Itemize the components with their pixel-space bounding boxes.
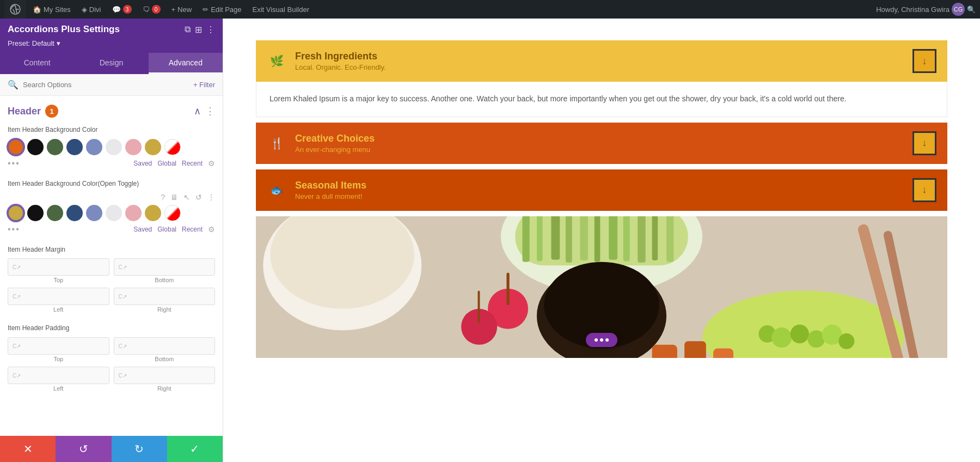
swatch-orange[interactable] bbox=[8, 139, 24, 155]
svg-rect-16 bbox=[666, 216, 673, 262]
swatch-gold-2[interactable] bbox=[145, 205, 161, 221]
swatch-no-color-2[interactable] bbox=[164, 205, 181, 221]
cursor-icon[interactable]: ↖ bbox=[183, 193, 190, 202]
swatch-gold[interactable] bbox=[145, 139, 161, 155]
margin-right-field: C↗ Right bbox=[114, 288, 216, 313]
comment-count: 3 bbox=[123, 5, 132, 14]
swatch-more-icon-2[interactable]: ••• bbox=[8, 224, 20, 234]
accordion-header-creative[interactable]: 🍴 Creative Choices An ever-changing menu… bbox=[256, 123, 947, 164]
redo-button[interactable]: ↻ bbox=[112, 436, 167, 462]
divi-link[interactable]: ◈ Divi bbox=[77, 0, 106, 19]
swatch-settings-icon-2[interactable]: ⚙ bbox=[208, 225, 215, 234]
swatch-settings-icon[interactable]: ⚙ bbox=[208, 159, 215, 168]
swatch-global[interactable]: Global bbox=[157, 160, 176, 167]
margin-right-input[interactable]: C↗ bbox=[114, 288, 216, 305]
swatch-light-gray[interactable] bbox=[106, 139, 122, 155]
swatch-black[interactable] bbox=[27, 139, 44, 155]
swatch-light-pink[interactable] bbox=[125, 139, 142, 155]
svg-rect-21 bbox=[506, 272, 509, 305]
margin-left-input[interactable]: C↗ bbox=[8, 288, 109, 305]
undo-button[interactable]: ↺ bbox=[56, 436, 111, 462]
swatch-dark-blue[interactable] bbox=[66, 139, 83, 155]
swatch-saved[interactable]: Saved bbox=[133, 160, 152, 167]
new-button[interactable]: + New bbox=[167, 0, 197, 19]
collapse-section-icon[interactable]: ∧ bbox=[194, 105, 201, 117]
grid-icon[interactable]: ⊞ bbox=[195, 25, 202, 35]
edit-page-button[interactable]: ✏ Edit Page bbox=[198, 0, 246, 19]
messages-link[interactable]: 🗨 0 bbox=[138, 0, 165, 19]
accordion-text-fresh: Fresh Ingredients Local. Organic. Eco-Fr… bbox=[295, 51, 912, 71]
link-icon: C↗ bbox=[13, 264, 21, 270]
swatch-recent-2[interactable]: Recent bbox=[182, 226, 203, 233]
swatch-no-color[interactable] bbox=[164, 139, 181, 155]
padding-top-input[interactable]: C↗ bbox=[8, 337, 109, 355]
svg-rect-13 bbox=[623, 216, 630, 261]
wp-logo[interactable] bbox=[4, 0, 26, 19]
search-icon[interactable]: 🔍 bbox=[967, 5, 976, 14]
filter-button[interactable]: + Filter bbox=[193, 81, 215, 89]
fab-menu[interactable] bbox=[586, 333, 617, 347]
swatch-saved-2[interactable]: Saved bbox=[133, 226, 152, 233]
exit-visual-builder-button[interactable]: Exit Visual Builder bbox=[248, 0, 314, 19]
svg-point-26 bbox=[791, 325, 809, 343]
cancel-button[interactable]: ✕ bbox=[0, 436, 56, 462]
svg-rect-12 bbox=[609, 216, 617, 260]
svg-rect-14 bbox=[638, 216, 646, 263]
link-icon-5: C↗ bbox=[13, 343, 21, 349]
more-options-icon[interactable]: ⋮ bbox=[206, 25, 215, 35]
search-input[interactable] bbox=[23, 81, 189, 89]
swatch-light-pink-2[interactable] bbox=[125, 205, 142, 221]
window-restore-icon[interactable]: ⧉ bbox=[185, 25, 191, 34]
tab-content[interactable]: Content bbox=[0, 53, 74, 74]
reset-icon[interactable]: ↺ bbox=[195, 193, 202, 202]
accordion-header-fresh[interactable]: 🌿 Fresh Ingredients Local. Organic. Eco-… bbox=[256, 40, 947, 82]
section-options-icon[interactable]: ⋮ bbox=[205, 105, 215, 117]
question-icon[interactable]: ? bbox=[161, 193, 165, 202]
search-icon: 🔍 bbox=[8, 80, 19, 90]
accordion-toggle-creative[interactable]: ↓ bbox=[912, 131, 936, 155]
swatch-black-2[interactable] bbox=[27, 205, 44, 221]
swatch-dark-green[interactable] bbox=[47, 139, 63, 155]
swatch-global-2[interactable]: Global bbox=[157, 226, 176, 233]
more-icon[interactable]: ⋮ bbox=[207, 193, 215, 202]
margin-bottom-input[interactable]: C↗ bbox=[114, 258, 216, 276]
accordion-header-seasonal[interactable]: 🐟 Seasonal Items Never a dull moment! ↓ bbox=[256, 169, 947, 211]
header-section: Header 1 ∧ ⋮ bbox=[8, 105, 215, 118]
avatar: CG bbox=[952, 3, 965, 16]
user-info: Howdy, Christina Gwira CG 🔍 bbox=[876, 3, 976, 16]
accordion-icon-fresh: 🌿 bbox=[267, 51, 286, 71]
accordion-subtitle-fresh: Local. Organic. Eco-Friendly. bbox=[295, 63, 912, 71]
swatch-dark-blue-2[interactable] bbox=[66, 205, 83, 221]
food-image-container bbox=[256, 216, 947, 358]
padding-right-input[interactable]: C↗ bbox=[114, 367, 216, 384]
save-button[interactable]: ✓ bbox=[167, 436, 223, 462]
accordion-toggle-fresh[interactable]: ↓ bbox=[912, 49, 936, 73]
padding-bottom-label: Bottom bbox=[155, 356, 174, 362]
accordion-text-seasonal: Seasonal Items Never a dull moment! bbox=[295, 180, 912, 200]
color-swatches-1 bbox=[8, 139, 215, 155]
swatch-medium-blue[interactable] bbox=[86, 139, 102, 155]
swatch-light-gray-2[interactable] bbox=[106, 205, 122, 221]
tab-design[interactable]: Design bbox=[74, 53, 148, 74]
padding-bottom-input[interactable]: C↗ bbox=[114, 337, 216, 355]
accordion-icon-creative: 🍴 bbox=[267, 133, 286, 153]
link-icon-6: C↗ bbox=[119, 343, 127, 349]
sidebar-header-icons: ⧉ ⊞ ⋮ bbox=[185, 25, 215, 35]
preset-selector[interactable]: Preset: Default ▾ bbox=[0, 39, 223, 53]
swatch-medium-blue-2[interactable] bbox=[86, 205, 102, 221]
desktop-icon[interactable]: 🖥 bbox=[170, 193, 178, 202]
my-sites-link[interactable]: 🏠 My Sites bbox=[28, 0, 75, 19]
swatch-recent[interactable]: Recent bbox=[182, 160, 203, 167]
padding-top-field: C↗ Top bbox=[8, 337, 109, 362]
padding-left-input[interactable]: C↗ bbox=[8, 367, 109, 384]
field-label-padding: Item Header Padding bbox=[8, 324, 215, 333]
tab-advanced[interactable]: Advanced bbox=[149, 53, 223, 74]
margin-top-input[interactable]: C↗ bbox=[8, 258, 109, 276]
comments-link[interactable]: 💬 3 bbox=[108, 0, 136, 19]
settings-sidebar: Accordions Plus Settings ⧉ ⊞ ⋮ Preset: D… bbox=[0, 19, 223, 462]
margin-top-label: Top bbox=[53, 277, 63, 283]
swatch-more-icon[interactable]: ••• bbox=[8, 159, 20, 168]
accordion-toggle-seasonal[interactable]: ↓ bbox=[912, 178, 936, 202]
swatch-gold-active[interactable] bbox=[8, 205, 24, 221]
swatch-dark-green-2[interactable] bbox=[47, 205, 63, 221]
